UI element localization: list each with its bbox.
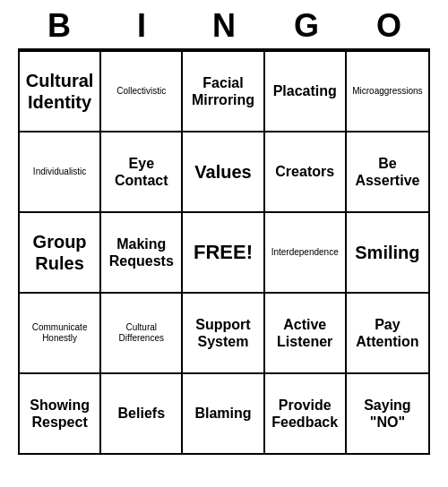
bingo-cell: Saying "NO" (347, 374, 428, 453)
bingo-row: Group RulesMaking RequestsFREE!Interdepe… (20, 211, 428, 292)
bingo-cell: Beliefs (101, 374, 183, 453)
bingo-row: Cultural IdentityCollectivisticFacial Mi… (20, 50, 428, 131)
cell-text: Blaming (194, 405, 251, 422)
cell-text: Facial Mirroring (186, 74, 259, 108)
cell-text: Individualistic (33, 167, 86, 177)
bingo-cell: Smiling (347, 213, 428, 292)
bingo-title: BINGO (18, 0, 430, 48)
cell-text: Showing Respect (23, 397, 96, 431)
cell-text: Active Listener (269, 316, 341, 350)
bingo-cell: Individualistic (20, 132, 101, 211)
cell-text: Pay Attention (350, 316, 425, 350)
cell-text: Beliefs (118, 405, 165, 422)
bingo-cell: Provide Feedback (265, 374, 347, 453)
bingo-cell: FREE! (183, 213, 264, 292)
bingo-cell: Cultural Differences (101, 294, 183, 372)
cell-text: Group Rules (23, 231, 96, 274)
bingo-cell: Blaming (183, 374, 264, 453)
bingo-letter: G (267, 7, 346, 45)
cell-text: Creators (275, 163, 334, 180)
bingo-cell: Group Rules (20, 213, 101, 292)
bingo-cell: Communicate Honestly (20, 294, 101, 372)
bingo-row: Communicate HonestlyCultural Differences… (20, 292, 428, 372)
bingo-cell: Values (183, 132, 264, 211)
bingo-row: IndividualisticEye ContactValuesCreators… (20, 131, 428, 211)
bingo-cell: Be Assertive (347, 132, 428, 211)
cell-text: Cultural Identity (23, 70, 96, 113)
bingo-cell: Facial Mirroring (183, 52, 264, 131)
cell-text: Support System (186, 316, 259, 350)
bingo-letter: N (185, 7, 263, 45)
cell-text: Cultural Differences (105, 322, 177, 344)
cell-text: Placating (273, 82, 337, 99)
cell-text: Collectivistic (116, 86, 166, 97)
bingo-grid: Cultural IdentityCollectivisticFacial Mi… (18, 48, 430, 455)
bingo-cell: Creators (265, 132, 347, 211)
bingo-cell: Active Listener (265, 294, 347, 372)
cell-text: Making Requests (105, 235, 177, 269)
bingo-cell: Eye Contact (101, 132, 183, 211)
cell-text: Values (194, 161, 251, 183)
cell-text: Be Assertive (350, 155, 425, 189)
bingo-cell: Support System (183, 294, 264, 372)
bingo-cell: Interdependence (265, 213, 347, 292)
cell-text: Saying "NO" (350, 397, 425, 431)
bingo-letter: B (20, 7, 99, 45)
bingo-letter: I (102, 7, 181, 45)
bingo-cell: Cultural Identity (20, 52, 101, 131)
bingo-row: Showing RespectBeliefsBlamingProvide Fee… (20, 372, 428, 453)
bingo-cell: Microaggressions (347, 52, 428, 131)
cell-text: FREE! (194, 241, 253, 264)
bingo-cell: Collectivistic (101, 52, 183, 131)
bingo-cell: Showing Respect (20, 374, 101, 453)
cell-text: Communicate Honestly (23, 322, 96, 344)
bingo-cell: Placating (265, 52, 347, 131)
cell-text: Microaggressions (352, 86, 422, 97)
cell-text: Eye Contact (105, 155, 177, 189)
bingo-cell: Making Requests (101, 213, 183, 292)
cell-text: Smiling (355, 242, 419, 263)
cell-text: Provide Feedback (269, 397, 341, 431)
bingo-cell: Pay Attention (347, 294, 428, 372)
bingo-letter: O (349, 7, 428, 45)
cell-text: Interdependence (271, 247, 339, 258)
